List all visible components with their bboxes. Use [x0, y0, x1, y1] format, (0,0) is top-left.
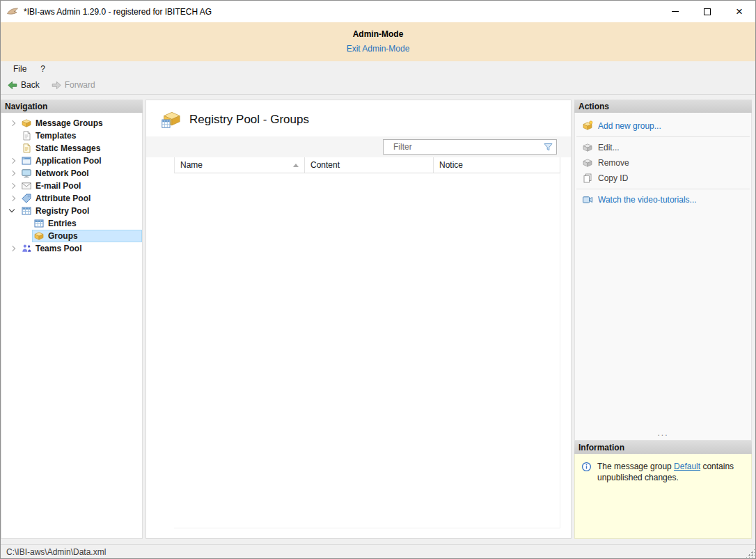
minimize-button[interactable]: [659, 1, 691, 22]
filter-box: [383, 139, 557, 155]
action-edit[interactable]: Edit...: [575, 140, 751, 155]
table-header: NameContentNotice: [174, 157, 560, 173]
attribute-pool-icon: [21, 193, 32, 204]
nav-item-label: E-mail Pool: [36, 181, 81, 191]
video-tutorials-icon: [582, 194, 593, 205]
resize-grip[interactable]: [746, 549, 755, 558]
forward-label: Forward: [65, 80, 95, 90]
nav-item-label: Registry Pool: [36, 206, 89, 216]
action-label: Edit...: [598, 143, 620, 152]
expander-collapsed-icon[interactable]: [7, 193, 18, 204]
default-group-link[interactable]: Default: [674, 462, 700, 471]
menu-help[interactable]: ?: [33, 63, 52, 75]
admin-mode-title: Admin-Mode: [1, 29, 755, 39]
expander-collapsed-icon[interactable]: [7, 118, 18, 129]
back-label: Back: [21, 80, 40, 90]
back-button[interactable]: Back: [7, 79, 40, 90]
forward-arrow-icon: [51, 79, 62, 90]
navigation-panel: Navigation Message GroupsTemplatesStatic…: [1, 100, 143, 539]
minimize-icon: [672, 11, 679, 12]
registry-groups-icon: [160, 109, 181, 130]
column-header-name[interactable]: Name: [175, 157, 305, 173]
filter-input[interactable]: [384, 142, 542, 152]
nav-item-message-groups[interactable]: Message Groups: [1, 117, 142, 129]
expander-collapsed-icon[interactable]: [7, 168, 18, 179]
nav-item-content: Templates: [19, 129, 142, 142]
nav-item-content: Message Groups: [19, 117, 142, 129]
maximize-icon: [704, 8, 711, 15]
filter-funnel-icon[interactable]: [542, 141, 554, 152]
message-groups-icon: [21, 118, 32, 129]
nav-item-content: Application Pool: [19, 155, 142, 167]
nav-item-attribute-pool[interactable]: Attribute Pool: [1, 192, 142, 205]
status-bar: C:\IBI-aws\Admin\Data.xml: [1, 544, 755, 558]
nav-item-templates[interactable]: Templates: [1, 129, 142, 142]
expander-collapsed-icon[interactable]: [7, 180, 18, 191]
nav-item-content: Static Messages: [19, 142, 142, 155]
nav-item-label: Attribute Pool: [36, 194, 90, 203]
expander-expanded-icon[interactable]: [7, 205, 18, 216]
column-header-notice[interactable]: Notice: [434, 157, 560, 173]
nav-item-label: Teams Pool: [36, 244, 81, 253]
toolbar: Back Forward: [1, 76, 755, 95]
nav-item-teams-pool[interactable]: Teams Pool: [1, 242, 142, 255]
nav-item-groups[interactable]: Groups: [1, 230, 142, 242]
close-icon: ×: [736, 8, 743, 15]
templates-icon: [21, 130, 32, 141]
forward-button[interactable]: Forward: [51, 79, 95, 90]
navigation-header: Navigation: [1, 100, 143, 113]
nav-item-network-pool[interactable]: Network Pool: [1, 167, 142, 180]
right-panel: Actions Add new group...Edit...RemoveCop…: [574, 100, 752, 539]
registry-pool-icon: [21, 205, 32, 216]
action-watch-the-video-tutorials[interactable]: Watch the video-tutorials...: [575, 192, 751, 207]
action-remove[interactable]: Remove: [575, 155, 751, 171]
main-panel: Registry Pool - Groups NameContentNotice: [145, 100, 572, 539]
action-add-new-group[interactable]: Add new group...: [575, 118, 751, 134]
actions-list: Add new group...Edit...RemoveCopy IDWatc…: [575, 118, 751, 207]
nav-item-label: Application Pool: [36, 156, 102, 166]
title-bar: *IBI-aws Admin 1.29.0 - registered for I…: [1, 1, 755, 22]
copy-id-icon: [582, 173, 593, 184]
close-button[interactable]: ×: [723, 1, 755, 22]
nav-item-application-pool[interactable]: Application Pool: [1, 155, 142, 167]
sort-ascending-icon: [293, 164, 299, 167]
info-text-before: The message group: [597, 462, 674, 471]
column-header-content[interactable]: Content: [305, 157, 434, 173]
remove-icon: [582, 157, 593, 168]
nav-item-label: Message Groups: [36, 118, 103, 128]
nav-item-label: Network Pool: [36, 168, 89, 178]
menu-file[interactable]: File: [6, 63, 33, 75]
app-window: *IBI-aws Admin 1.29.0 - registered for I…: [0, 0, 756, 559]
exit-admin-mode-link[interactable]: Exit Admin-Mode: [347, 44, 410, 54]
nav-item-e-mail-pool[interactable]: E-mail Pool: [1, 180, 142, 192]
maximize-button[interactable]: [691, 1, 723, 22]
nav-item-entries[interactable]: Entries: [1, 217, 142, 230]
action-label: Remove: [598, 158, 629, 168]
menu-bar: File ?: [1, 61, 755, 76]
information-message: The message group Default contains unpub…: [597, 461, 746, 483]
expander-collapsed-icon[interactable]: [7, 155, 18, 166]
nav-item-label: Templates: [36, 131, 76, 141]
teams-pool-icon: [21, 243, 32, 254]
nav-item-label: Entries: [48, 219, 77, 228]
action-label: Copy ID: [598, 173, 628, 183]
information-box: The message group Default contains unpub…: [574, 454, 752, 539]
action-copy-id[interactable]: Copy ID: [575, 171, 751, 186]
actions-overflow[interactable]: ...: [575, 428, 751, 440]
content-region: Navigation Message GroupsTemplatesStatic…: [1, 95, 755, 544]
expander-collapsed-icon[interactable]: [7, 243, 18, 254]
static-messages-icon: [21, 143, 32, 154]
nav-item-content: Attribute Pool: [19, 192, 142, 205]
nav-item-content: Teams Pool: [19, 242, 142, 255]
network-pool-icon: [21, 168, 32, 179]
add-group-icon: [582, 120, 593, 132]
column-header-label: Content: [310, 160, 340, 170]
table-body[interactable]: [174, 173, 560, 528]
edit-icon: [582, 142, 593, 153]
nav-item-static-messages[interactable]: Static Messages: [1, 142, 142, 155]
filter-row: [146, 136, 571, 157]
action-label: Add new group...: [598, 121, 661, 131]
nav-item-content: E-mail Pool: [19, 180, 142, 192]
application-pool-icon: [21, 155, 32, 166]
nav-item-registry-pool[interactable]: Registry Pool: [1, 205, 142, 217]
